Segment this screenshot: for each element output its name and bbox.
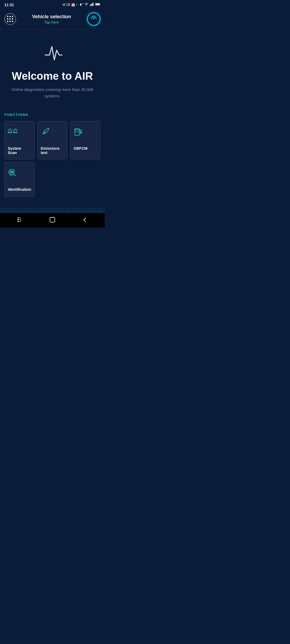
identification-label: Identification [8, 187, 31, 192]
functions-row2: VIN Identification [4, 162, 100, 197]
app-description: Online diagnostics covering more than 40… [6, 86, 98, 99]
header-center[interactable]: Vehicle selection Tap here [32, 14, 71, 24]
mute-icon [79, 2, 83, 7]
svg-point-10 [93, 18, 94, 19]
system-scan-label: System Scan [8, 146, 31, 155]
functions-grid: System Scan Emissions test [4, 121, 100, 159]
obfcm-label: OBFCM [74, 146, 87, 151]
svg-rect-33 [20, 218, 21, 218]
status-bar: 11:31 M 📅 • [0, 0, 105, 10]
vin-scan-icon: VIN [8, 168, 17, 179]
svg-rect-9 [100, 4, 100, 5]
wifi-connect-button[interactable] [87, 12, 100, 26]
functions-section: FUNCTIONS System Scan [0, 107, 105, 202]
svg-rect-0 [67, 3, 69, 6]
status-icons: M 📅 • [63, 2, 100, 7]
wifi-status-icon [84, 2, 89, 7]
header: Vehicle selection Tap here [0, 10, 105, 30]
obfcm-card[interactable]: OBFCM [70, 121, 100, 159]
menu-button[interactable] [4, 13, 16, 25]
hero-section: Welcome to AIR Online diagnostics coveri… [0, 30, 105, 107]
status-time: 11:31 [4, 3, 14, 7]
fuel-station-icon [74, 127, 83, 138]
nav-menu-icon[interactable] [17, 217, 23, 224]
calendar-icon: 📅 [71, 3, 75, 7]
emissions-test-card[interactable]: Emissions test [37, 121, 68, 159]
svg-line-29 [14, 174, 16, 176]
svg-rect-18 [75, 130, 79, 132]
app-title: Welcome to AIR [12, 70, 93, 82]
svg-rect-31 [17, 219, 19, 220]
wifi-radio-icon [90, 15, 97, 23]
svg-rect-36 [50, 217, 55, 222]
svg-rect-34 [20, 219, 21, 220]
svg-rect-3 [90, 5, 91, 6]
nav-bar [0, 213, 105, 228]
functions-label: FUNCTIONS [4, 113, 100, 117]
svg-rect-4 [91, 4, 92, 6]
header-subtitle: Tap here [32, 20, 71, 24]
dots-pattern [0, 208, 105, 213]
svg-rect-8 [96, 4, 99, 5]
svg-text:VIN: VIN [10, 174, 12, 176]
nav-back-icon[interactable] [82, 217, 88, 224]
bottom-decoration [0, 205, 105, 213]
leaf-icon [41, 127, 50, 138]
header-title: Vehicle selection [32, 14, 71, 20]
svg-rect-35 [20, 221, 21, 222]
system-scan-card[interactable]: System Scan [4, 121, 35, 159]
identification-card[interactable]: VIN Identification [4, 162, 35, 197]
car-scan-icon [8, 127, 17, 138]
battery-icon [95, 2, 100, 7]
gmail-icon: M [63, 3, 65, 7]
nav-home-icon[interactable] [49, 217, 55, 224]
svg-rect-5 [92, 3, 93, 6]
grid-menu-icon [7, 16, 13, 22]
meet-icon [66, 3, 70, 7]
svg-rect-32 [17, 221, 19, 222]
signal-icon [90, 2, 94, 7]
app-logo-icon [40, 41, 64, 65]
dot-icon: • [76, 3, 77, 7]
emissions-test-label: Emissions test [41, 146, 64, 155]
svg-rect-30 [17, 218, 19, 218]
svg-rect-6 [93, 3, 94, 6]
